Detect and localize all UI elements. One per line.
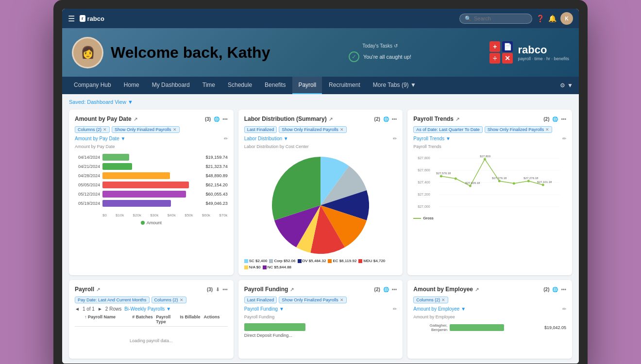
widget-title-row: Payroll Funding ↗ (2) 🌐 ••• xyxy=(244,286,397,293)
expand-icon[interactable]: ↗ xyxy=(96,287,100,292)
bar-container xyxy=(102,172,202,179)
globe-icon[interactable]: 🌐 xyxy=(383,116,389,122)
more-icon[interactable]: ••• xyxy=(222,116,228,122)
chart-subtitle: Payroll Funding xyxy=(244,314,397,319)
widget-actions: (2) 🌐 ••• xyxy=(543,116,566,122)
hamburger-menu[interactable]: ☰ xyxy=(68,14,75,23)
filter-tags: Last Finalized Show Only Finalized Payro… xyxy=(244,126,397,133)
sort-link[interactable]: Labor Distribution ▼ xyxy=(244,136,288,141)
filter-tag-1[interactable]: Columns (2) ✕ xyxy=(75,126,110,133)
filter-tag-2[interactable]: Show Only Finalized Payrolls ✕ xyxy=(485,126,553,133)
x-label: $40k xyxy=(168,213,176,217)
user-avatar[interactable]: K xyxy=(560,12,573,25)
filter-tag-2[interactable]: Show Only Finalized Payrolls ✕ xyxy=(112,126,180,133)
tab-payroll[interactable]: Payroll xyxy=(292,77,322,94)
more-icon[interactable]: ••• xyxy=(561,116,566,122)
expand-icon[interactable]: ↗ xyxy=(455,116,459,122)
bar-container xyxy=(102,163,202,170)
sort-link[interactable]: Amount by Employee ▼ xyxy=(413,306,466,312)
more-icon[interactable]: ••• xyxy=(561,287,566,292)
expand-icon[interactable]: ↗ xyxy=(290,287,294,292)
filter-tag-1[interactable]: Last Finalized xyxy=(244,297,277,303)
tab-more-tabs[interactable]: More Tabs (9) ▼ xyxy=(367,77,422,94)
sort-link[interactable]: Payroll Funding ▼ xyxy=(244,306,284,312)
tab-home[interactable]: Home xyxy=(118,77,145,94)
tab-benefits[interactable]: Benefits xyxy=(259,77,291,94)
expand-icon[interactable]: ↗ xyxy=(329,116,333,122)
widget-payroll-table: Payroll ↗ (3) ⬇ ••• Pay Date: Last And C… xyxy=(69,280,234,359)
search-box[interactable]: 🔍 xyxy=(459,14,532,24)
edit-icon[interactable]: ✏ xyxy=(562,306,566,312)
line-chart: $27,800 $27,600 $27,400 $27,200 $27,000 xyxy=(413,152,566,215)
help-icon[interactable]: ❓ xyxy=(536,15,544,22)
brand-icon-div: ÷ xyxy=(489,53,500,64)
download-icon[interactable]: ⬇ xyxy=(216,287,219,292)
filter-tag-2[interactable]: Show Only Finalized Payrolls ✕ xyxy=(279,126,347,133)
expand-icon[interactable]: ↗ xyxy=(475,287,479,292)
dashboard: Saved: Dashboard View ▼ Amount by Pay Da… xyxy=(62,94,579,364)
filter-tag-1[interactable]: Pay Date: Last And Current Months xyxy=(75,297,150,303)
widget-title-label: Payroll Trends xyxy=(413,116,454,122)
globe-icon[interactable]: 🌐 xyxy=(552,116,558,122)
filter-tag-1[interactable]: Last Finalized xyxy=(244,126,277,133)
bar-date: 04/14/2024 xyxy=(75,155,100,160)
pie-chart xyxy=(272,157,369,254)
filter-tag-2[interactable]: Columns (2) ✕ xyxy=(152,297,186,303)
filter-tag-2[interactable]: Show Only Finalized Payrolls ✕ xyxy=(279,297,347,303)
x-label: $20k xyxy=(133,213,141,217)
widget-title-text: Payroll Funding ↗ xyxy=(244,286,294,293)
filter-link[interactable]: Bi-Weekly Payrolls ▼ xyxy=(124,306,171,312)
widget-title-label: Labor Distribution (Summary) xyxy=(244,116,327,122)
bar-fill xyxy=(102,154,129,161)
bar-chart: 04/14/2024 $19,159.74 04/21/2024 $21,3 xyxy=(75,152,228,211)
bar-value: $60,055.43 xyxy=(206,192,228,197)
svg-text:$27,101.18: $27,101.18 xyxy=(538,181,553,183)
tab-schedule[interactable]: Schedule xyxy=(222,77,258,94)
tasks-message: You're all caught up! xyxy=(363,54,411,60)
svg-text:$27,576.18: $27,576.18 xyxy=(437,172,452,175)
notification-icon[interactable]: 🔔 xyxy=(548,15,557,22)
tab-time[interactable]: Time xyxy=(197,77,221,94)
widget-controls: Amount by Pay Date ▼ ✏ xyxy=(75,136,228,141)
bar-value: $48,890.89 xyxy=(206,173,228,178)
globe-icon[interactable]: 🌐 xyxy=(214,116,219,122)
x-label: $10k xyxy=(116,213,124,217)
saved-view[interactable]: Dashboard View ▼ xyxy=(87,99,133,105)
tab-company-hub[interactable]: Company Hub xyxy=(68,77,117,94)
edit-icon[interactable]: ✏ xyxy=(393,306,397,312)
navigation-tabs: Company Hub Home My Dashboard Time Sched… xyxy=(62,77,579,94)
svg-text:$27,400: $27,400 xyxy=(418,181,430,184)
tab-my-dashboard[interactable]: My Dashboard xyxy=(146,77,196,94)
widget-title-label: Amount by Employee xyxy=(413,286,473,293)
logo-text: rabco xyxy=(87,15,104,22)
settings-menu[interactable]: ⚙ ▼ xyxy=(560,82,573,89)
brand-icon-plus: + xyxy=(489,41,500,52)
brand-logo: + 📄 ÷ ✕ rabco payroll · time · hr · bene… xyxy=(489,41,569,64)
chart-subtitle: Amount by Pay Date xyxy=(75,144,228,149)
table-header: ↑ Payroll Name # Batches Payroll Type Is… xyxy=(75,314,228,327)
edit-icon[interactable]: ✏ xyxy=(393,136,397,141)
sort-link[interactable]: Amount by Pay Date ▼ xyxy=(75,136,125,141)
bar-container xyxy=(102,182,202,188)
tab-recruitment[interactable]: Recruitment xyxy=(323,77,366,94)
edit-icon[interactable]: ✏ xyxy=(224,136,228,141)
filter-tag-1[interactable]: As of Date: Last Quarter To Date xyxy=(413,126,482,133)
more-icon[interactable]: ••• xyxy=(222,287,228,292)
sort-link[interactable]: Payroll Trends ▼ xyxy=(413,136,451,141)
filter-tag-1[interactable]: Columns (2) ✕ xyxy=(413,297,448,303)
tab-label: Schedule xyxy=(228,82,252,88)
tasks-content: ✓ You're all caught up! xyxy=(349,51,411,62)
globe-icon[interactable]: 🌐 xyxy=(383,287,389,292)
search-icon: 🔍 xyxy=(465,16,472,22)
x-label: $0 xyxy=(102,213,107,217)
pagination-prev[interactable]: ◄ xyxy=(75,306,80,312)
edit-icon[interactable]: ✏ xyxy=(562,136,566,141)
bar-value: $19,042.05 xyxy=(544,325,566,330)
search-input[interactable] xyxy=(474,16,527,21)
pagination-next[interactable]: ► xyxy=(98,306,102,312)
th-batches: # Batches xyxy=(132,314,156,324)
globe-icon[interactable]: 🌐 xyxy=(552,287,558,292)
more-icon[interactable]: ••• xyxy=(392,287,397,292)
expand-icon[interactable]: ↗ xyxy=(134,116,137,122)
more-icon[interactable]: ••• xyxy=(392,116,397,122)
